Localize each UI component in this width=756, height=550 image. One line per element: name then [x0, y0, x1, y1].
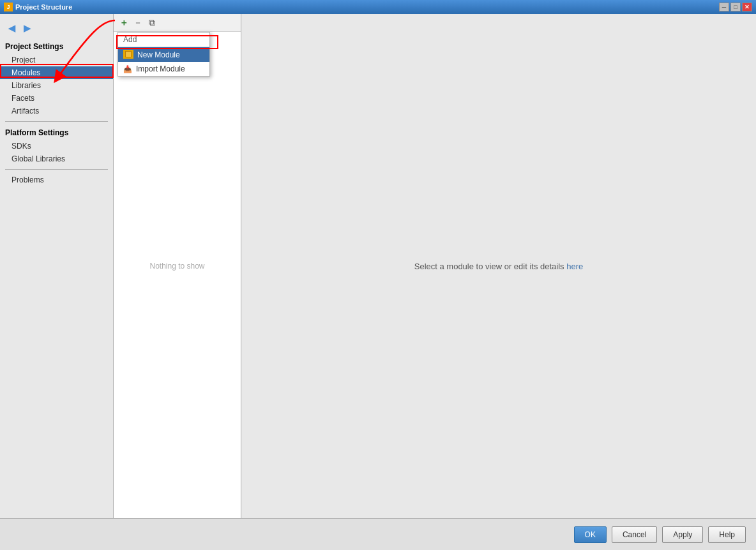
title-bar-left: J Project Structure: [4, 3, 72, 11]
ok-button[interactable]: OK: [574, 526, 607, 543]
import-module-item[interactable]: 📥 Import Module: [118, 62, 209, 76]
add-dropdown-menu: Add New Module 📥 Import Module: [117, 32, 210, 77]
window-title: Project Structure: [15, 3, 72, 11]
forward-button[interactable]: ▶: [20, 22, 33, 34]
remove-button[interactable]: －: [132, 17, 144, 29]
sidebar: ◀ ▶ Project Settings Project Modules Lib…: [0, 14, 114, 518]
content-message: Select a module to view or edit its deta…: [414, 262, 583, 271]
sidebar-divider: [5, 121, 108, 122]
sidebar-item-artifacts[interactable]: Artifacts: [0, 105, 113, 117]
app-icon: J: [4, 3, 13, 11]
title-bar: J Project Structure ─ □ ✕: [0, 0, 756, 14]
sidebar-item-project[interactable]: Project: [0, 54, 113, 66]
content-area: Select a module to view or edit its deta…: [241, 14, 756, 518]
add-header: Add: [118, 33, 209, 47]
module-panel: ＋ － ⧉ Add New Module 📥 Import Module Not…: [114, 14, 241, 518]
main-container: ◀ ▶ Project Settings Project Modules Lib…: [0, 14, 756, 518]
module-toolbar: ＋ － ⧉: [114, 14, 241, 32]
sidebar-item-problems[interactable]: Problems: [0, 174, 113, 186]
import-module-label: Import Module: [136, 64, 185, 73]
sidebar-item-global-libraries[interactable]: Global Libraries: [0, 152, 113, 165]
back-button[interactable]: ◀: [5, 22, 18, 34]
new-module-label: New Module: [137, 50, 180, 59]
minimize-button[interactable]: ─: [719, 3, 729, 11]
platform-settings-header: Platform Settings: [0, 126, 113, 140]
cancel-button[interactable]: Cancel: [612, 526, 657, 543]
add-button[interactable]: ＋: [117, 17, 130, 29]
import-icon: 📥: [123, 64, 132, 73]
close-button[interactable]: ✕: [742, 3, 752, 11]
sidebar-item-facets[interactable]: Facets: [0, 92, 113, 105]
sidebar-item-modules[interactable]: Modules: [0, 66, 113, 79]
title-bar-controls[interactable]: ─ □ ✕: [719, 3, 752, 11]
nothing-to-show: Nothing to show: [149, 262, 204, 271]
new-module-item[interactable]: New Module: [118, 47, 209, 62]
apply-button[interactable]: Apply: [662, 526, 703, 543]
sidebar-item-libraries[interactable]: Libraries: [0, 79, 113, 92]
copy-button[interactable]: ⧉: [146, 17, 158, 29]
nav-toolbar: ◀ ▶: [0, 19, 113, 37]
bottom-bar: OK Cancel Apply Help: [0, 518, 756, 550]
project-settings-header: Project Settings: [0, 40, 113, 54]
help-button[interactable]: Help: [708, 526, 746, 543]
sidebar-divider-2: [5, 169, 108, 170]
maximize-button[interactable]: □: [730, 3, 741, 11]
sidebar-item-sdks[interactable]: SDKs: [0, 140, 113, 152]
here-link[interactable]: here: [566, 262, 583, 271]
new-module-icon: [123, 50, 133, 59]
